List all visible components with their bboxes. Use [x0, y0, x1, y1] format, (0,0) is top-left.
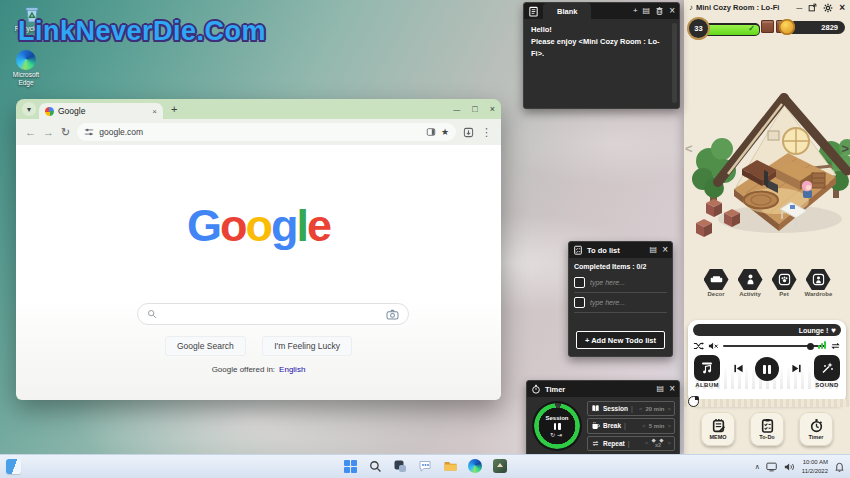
session-dial[interactable]: Session ↻⇥ [532, 401, 582, 451]
collapse-toggle-icon[interactable] [688, 396, 699, 407]
panel-toggle-icon[interactable]: ▤ [657, 385, 665, 393]
window-minimize-button[interactable]: — [453, 106, 460, 113]
wardrobe-button[interactable] [806, 269, 831, 290]
volume-icon[interactable] [784, 462, 796, 472]
edge-button[interactable] [467, 458, 483, 474]
file-explorer-button[interactable] [442, 458, 458, 474]
task-view-button[interactable] [392, 458, 408, 474]
close-icon[interactable]: × [669, 384, 675, 394]
decrease-arrow[interactable]: < [642, 423, 646, 429]
memo-tab[interactable]: Blank [543, 3, 591, 19]
browser-tab[interactable]: Google × [39, 103, 163, 119]
lens-camera-icon[interactable] [386, 309, 399, 320]
close-icon[interactable]: × [662, 245, 668, 255]
pause-button[interactable] [755, 357, 779, 381]
coin-icon [779, 19, 795, 35]
loop-icon[interactable] [830, 341, 841, 351]
popout-icon[interactable] [808, 3, 817, 12]
coffee-icon [591, 421, 600, 430]
bookmark-star-icon[interactable]: ★ [441, 127, 449, 137]
browser-menu-icon[interactable]: ⋮ [481, 126, 492, 139]
clock-time: 10:00 AM [802, 458, 828, 466]
pet-button[interactable] [772, 269, 797, 290]
taskbar-search-button[interactable] [367, 458, 383, 474]
album-button[interactable] [694, 355, 720, 381]
mute-icon[interactable] [708, 341, 719, 351]
network-icon[interactable] [766, 462, 778, 472]
decor-button[interactable] [704, 269, 729, 290]
memo-text[interactable]: Hello! Please enjoy <Mini Cozy Room : Lo… [524, 19, 679, 65]
previous-track-icon[interactable] [733, 363, 744, 374]
memo-icon [711, 418, 726, 433]
sound-button[interactable] [814, 355, 840, 381]
checkbox[interactable] [574, 277, 585, 288]
chat-icon [418, 459, 432, 473]
minimize-icon[interactable]: — [796, 5, 802, 11]
todo-list-icon [573, 245, 583, 255]
settings-gear-icon[interactable] [823, 3, 833, 13]
tab-search-chevron-icon[interactable]: ▾ [22, 102, 36, 116]
level-badge: 33 [687, 17, 710, 40]
tab-close-icon[interactable]: × [152, 107, 157, 116]
reward-crate-icon[interactable] [761, 20, 774, 33]
address-bar[interactable]: google.com ★ [77, 123, 456, 141]
next-track-icon[interactable] [791, 363, 802, 374]
todo-item[interactable]: type here... [574, 293, 667, 313]
book-icon [591, 404, 600, 413]
forward-button[interactable]: → [43, 126, 54, 138]
side-panel-icon[interactable] [426, 127, 436, 137]
progress-ring [534, 403, 580, 449]
close-icon[interactable]: × [669, 6, 675, 16]
add-memo-icon[interactable]: + [633, 7, 638, 15]
prev-room-arrow[interactable]: < [685, 141, 693, 156]
add-todo-button[interactable]: + Add New Todo list [576, 331, 665, 349]
start-button[interactable] [342, 458, 358, 474]
memo-dock-button[interactable]: MEMO [701, 412, 735, 446]
shuffle-icon[interactable] [693, 341, 704, 351]
reload-button[interactable]: ↻ [61, 126, 70, 139]
panel-toggle-icon[interactable]: ▤ [650, 246, 658, 254]
desktop-icon-edge[interactable]: Microsoft Edge [2, 50, 50, 87]
widgets-button[interactable] [6, 459, 21, 474]
todo-dock-button[interactable]: To-Do [750, 412, 784, 446]
activity-button[interactable] [738, 269, 763, 290]
xp-check-icon: ✓ [748, 24, 755, 33]
search-input[interactable] [137, 303, 409, 325]
clipboard-icon [760, 418, 775, 433]
trash-icon[interactable] [655, 6, 664, 16]
favorite-heart-icon[interactable]: ♥ [831, 326, 836, 335]
increase-arrow[interactable]: > [667, 440, 671, 446]
language-link[interactable]: English [279, 365, 305, 374]
url-text[interactable]: google.com [99, 127, 421, 137]
back-button[interactable]: ← [25, 126, 36, 138]
panel-toggle-icon[interactable]: ▤ [643, 7, 651, 15]
window-close-button[interactable]: × [490, 104, 495, 114]
timer-dock-button[interactable]: Timer [799, 412, 833, 446]
paw-icon [778, 273, 791, 286]
taskbar-clock[interactable]: 10:00 AM 11/2/2022 [802, 458, 828, 474]
increase-arrow[interactable]: > [667, 423, 671, 429]
watermark-text: LinkNeverDie.Com [18, 16, 266, 47]
increase-arrow[interactable]: > [667, 406, 671, 412]
notification-bell-icon[interactable] [834, 461, 845, 472]
ribbed-divider [684, 399, 850, 407]
volume-slider[interactable] [723, 345, 826, 347]
offered-in-line: Google offered in:English [16, 365, 501, 374]
feeling-lucky-button[interactable]: I'm Feeling Lucky [262, 336, 352, 356]
next-room-arrow[interactable]: > [841, 141, 849, 156]
chat-button[interactable] [417, 458, 433, 474]
sofa-icon [710, 273, 723, 286]
google-search-button[interactable]: Google Search [165, 336, 246, 356]
decrease-arrow[interactable]: < [639, 406, 643, 412]
slider-knob[interactable] [807, 343, 814, 350]
close-icon[interactable]: × [839, 3, 845, 13]
checkbox[interactable] [574, 297, 585, 308]
cozy-room-app-button[interactable] [492, 458, 508, 474]
save-page-icon[interactable] [463, 127, 474, 138]
decrease-arrow[interactable]: < [645, 440, 649, 446]
hidden-icons-chevron[interactable]: ∧ [755, 463, 760, 471]
memo-scrollbar[interactable] [672, 23, 677, 103]
todo-item[interactable]: type here... [574, 273, 667, 293]
window-maximize-button[interactable]: □ [472, 104, 477, 114]
new-tab-button[interactable]: + [171, 103, 177, 115]
